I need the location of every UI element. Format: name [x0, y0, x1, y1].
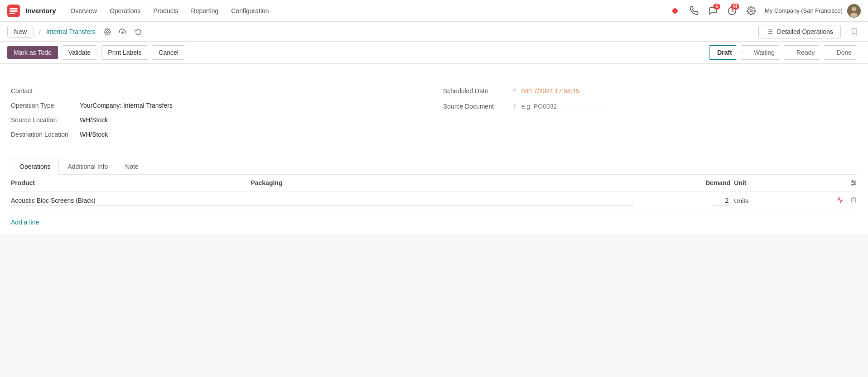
svg-point-8: [852, 7, 856, 11]
user-avatar[interactable]: [847, 4, 861, 18]
operation-type-label: Operation Type: [11, 102, 74, 109]
table-row: Units: [11, 191, 857, 210]
col-header-unit: Unit: [734, 179, 830, 186]
svg-rect-1: [10, 8, 18, 10]
form-right: Scheduled Date ? 04/17/2024 17:58:15 Sou…: [443, 84, 857, 142]
cell-actions: [830, 196, 857, 205]
scheduled-date-row: Scheduled Date ? 04/17/2024 17:58:15: [443, 84, 857, 98]
destination-location-value[interactable]: WH/Stock: [80, 131, 108, 138]
gear-icon[interactable]: [101, 25, 114, 38]
form-left: Contact Operation Type YourCompany: Inte…: [11, 84, 425, 142]
delete-icon[interactable]: [850, 196, 857, 205]
mark-as-todo-button[interactable]: Mark as Todo: [7, 46, 58, 59]
svg-rect-2: [10, 10, 18, 12]
nav-icons: 6 41 My Company (San Francisco): [668, 4, 861, 18]
source-document-help: ?: [513, 104, 516, 110]
scheduled-date-help: ?: [513, 88, 516, 95]
operations-table: Product Packaging Demand Unit Units: [11, 175, 857, 234]
action-bar: Mark as Todo Validate Print Labels Cance…: [0, 42, 868, 64]
nav-item-reporting[interactable]: Reporting: [186, 5, 224, 17]
detailed-operations-button[interactable]: Detailed Operations: [758, 25, 841, 38]
col-header-actions: [830, 179, 857, 186]
upload-icon[interactable]: [116, 25, 129, 38]
bookmark-icon[interactable]: [848, 25, 861, 38]
detailed-operations-label: Detailed Operations: [777, 28, 833, 35]
cell-unit: Units: [734, 197, 830, 205]
nav-item-overview[interactable]: Overview: [65, 5, 102, 17]
refresh-icon[interactable]: [132, 25, 145, 38]
cell-packaging: [251, 196, 634, 205]
breadcrumb-link[interactable]: Internal Transfers: [46, 28, 96, 35]
svg-point-9: [850, 13, 858, 17]
status-draft[interactable]: Draft: [709, 45, 742, 60]
product-input[interactable]: [11, 196, 251, 205]
table-header: Product Packaging Demand Unit: [11, 175, 857, 191]
activities-icon[interactable]: 41: [725, 4, 739, 18]
cell-product: [11, 196, 251, 205]
status-indicator[interactable]: [668, 4, 682, 18]
table-settings-icon[interactable]: [850, 179, 857, 186]
col-header-product: Product: [11, 179, 251, 186]
scheduled-date-value[interactable]: 04/17/2024 17:58:15: [521, 87, 579, 95]
app-name: Inventory: [25, 7, 56, 14]
contact-label: Contact: [11, 87, 74, 95]
record-actions: [101, 25, 145, 38]
operation-type-row: Operation Type YourCompany: Internal Tra…: [11, 98, 425, 113]
top-nav: Inventory Overview Operations Products R…: [0, 0, 868, 22]
nav-item-configuration[interactable]: Configuration: [226, 5, 274, 17]
contact-row: Contact: [11, 84, 425, 98]
status-done[interactable]: Done: [824, 45, 861, 60]
source-location-value[interactable]: WH/Stock: [80, 116, 108, 124]
svg-point-6: [750, 10, 752, 12]
col-header-demand: Demand: [634, 179, 734, 186]
svg-point-4: [672, 8, 678, 14]
add-line-row: Add a line: [11, 210, 857, 234]
svg-point-23: [852, 184, 854, 186]
chat-icon[interactable]: 6: [706, 4, 720, 18]
svg-point-10: [106, 31, 108, 33]
status-bar: Draft Waiting Ready Done: [709, 45, 861, 60]
tab-additional-info[interactable]: Additional Info: [59, 158, 116, 175]
company-name: My Company (San Francisco): [765, 7, 843, 14]
svg-rect-3: [10, 13, 15, 14]
scheduled-date-label: Scheduled Date: [443, 87, 506, 95]
sub-nav: New / Internal Transfers Detailed Operat…: [0, 22, 868, 42]
print-labels-button[interactable]: Print Labels: [101, 45, 148, 60]
destination-location-label: Destination Location: [11, 131, 74, 138]
source-document-row: Source Document ?: [443, 98, 857, 115]
new-button[interactable]: New: [7, 26, 34, 38]
phone-icon[interactable]: [687, 4, 701, 18]
activities-badge: 41: [731, 4, 739, 10]
form-section: Contact Operation Type YourCompany: Inte…: [11, 75, 857, 151]
nav-item-products[interactable]: Products: [148, 5, 183, 17]
cell-demand: [634, 196, 734, 205]
demand-input[interactable]: [712, 196, 730, 205]
validate-button[interactable]: Validate: [62, 45, 98, 60]
source-document-label: Source Document: [443, 103, 506, 110]
add-line-button[interactable]: Add a line: [11, 214, 39, 230]
cancel-button[interactable]: Cancel: [152, 45, 185, 60]
source-location-row: Source Location WH/Stock: [11, 113, 425, 127]
app-logo[interactable]: [7, 5, 20, 17]
list-icon: [766, 28, 773, 35]
tabs-bar: Operations Additional Info Note: [11, 158, 857, 175]
status-ready[interactable]: Ready: [784, 45, 824, 60]
settings-icon[interactable]: [744, 4, 758, 18]
status-waiting[interactable]: Waiting: [741, 45, 784, 60]
tab-note[interactable]: Note: [116, 158, 147, 175]
svg-point-21: [852, 181, 854, 182]
operation-type-value[interactable]: YourCompany: Internal Transfers: [80, 102, 173, 109]
source-location-label: Source Location: [11, 116, 74, 124]
packaging-input[interactable]: [251, 196, 634, 205]
chat-badge: 6: [713, 4, 720, 10]
col-header-packaging: Packaging: [251, 179, 634, 186]
destination-location-row: Destination Location WH/Stock: [11, 127, 425, 142]
breadcrumb-slash: /: [39, 28, 41, 35]
nav-item-operations[interactable]: Operations: [104, 5, 146, 17]
source-document-input[interactable]: [521, 102, 612, 111]
svg-point-22: [854, 182, 855, 184]
main-content: Contact Operation Type YourCompany: Inte…: [0, 64, 868, 234]
chart-icon[interactable]: [836, 196, 844, 205]
tab-operations[interactable]: Operations: [11, 158, 59, 175]
